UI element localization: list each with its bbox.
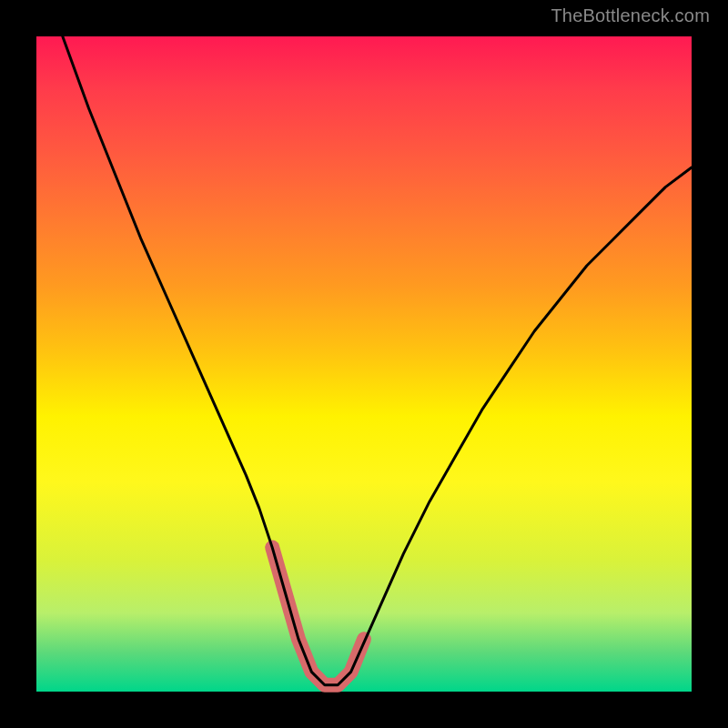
highlight-path bbox=[272, 548, 364, 685]
chart-frame: TheBottleneck.com bbox=[0, 0, 728, 728]
main-curve-path bbox=[63, 36, 692, 685]
watermark-text: TheBottleneck.com bbox=[551, 5, 710, 26]
curve-svg bbox=[36, 36, 692, 692]
plot-area bbox=[36, 36, 692, 692]
